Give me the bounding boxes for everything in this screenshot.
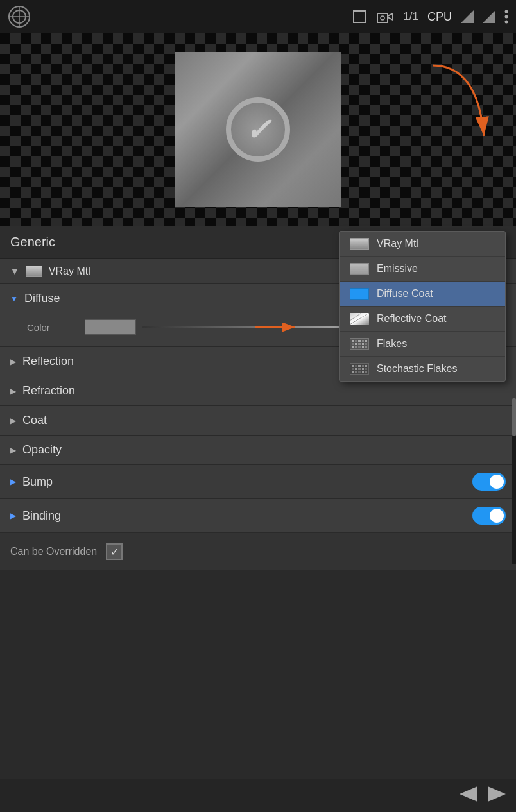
binding-arrow[interactable]: ▶ bbox=[10, 511, 16, 520]
diffuse-label: Diffuse bbox=[24, 292, 60, 305]
preview-v-text: ✓ bbox=[245, 112, 271, 148]
scrollbar[interactable] bbox=[512, 398, 516, 564]
mtl-expand-arrow[interactable]: ▼ bbox=[10, 266, 19, 276]
svg-point-5 bbox=[381, 16, 384, 20]
top-bar-left bbox=[8, 5, 31, 28]
coat-section[interactable]: ▶ Coat bbox=[0, 406, 516, 436]
binding-toggle[interactable] bbox=[472, 507, 506, 525]
checkbox-check-icon: ✓ bbox=[110, 546, 119, 558]
dropdown-item-emissive[interactable]: Emissive bbox=[340, 257, 505, 282]
mtl-type-icon bbox=[26, 266, 42, 277]
svg-marker-29 bbox=[488, 786, 506, 802]
binding-label: Binding bbox=[22, 509, 466, 523]
bump-toggle[interactable] bbox=[472, 473, 506, 491]
bump-label: Bump bbox=[22, 475, 466, 489]
svg-rect-4 bbox=[354, 11, 365, 22]
camera-icon[interactable] bbox=[376, 9, 394, 24]
opacity-section[interactable]: ▶ Opacity bbox=[0, 436, 516, 465]
binding-row: ▶ Binding bbox=[0, 499, 516, 533]
stochastic-flakes-label: Stochastic Flakes bbox=[377, 363, 457, 375]
gpu-icon-2[interactable] bbox=[483, 10, 495, 23]
svg-point-8 bbox=[505, 10, 508, 13]
refraction-arrow[interactable]: ▶ bbox=[10, 387, 16, 396]
panel-title: Generic bbox=[10, 235, 55, 250]
diffuse-coat-icon bbox=[350, 288, 369, 300]
back-icon[interactable] bbox=[460, 786, 477, 805]
top-bar-right: 1/1 CPU bbox=[352, 9, 508, 24]
preview-image: ✓ bbox=[175, 52, 341, 207]
dropdown-item-diffuse-coat[interactable]: Diffuse Coat bbox=[340, 282, 505, 307]
refraction-label: Refraction bbox=[22, 384, 75, 398]
bump-arrow[interactable]: ▶ bbox=[10, 477, 16, 486]
bump-row: ▶ Bump bbox=[0, 465, 516, 499]
more-options-icon[interactable] bbox=[504, 10, 508, 24]
color-label: Color bbox=[27, 322, 78, 333]
opacity-arrow[interactable]: ▶ bbox=[10, 446, 16, 455]
forward-icon[interactable] bbox=[488, 786, 506, 805]
cpu-label: CPU bbox=[427, 10, 452, 24]
override-label: Can be Overridden bbox=[10, 546, 97, 557]
dropdown-item-vray-mtl[interactable]: VRay Mtl bbox=[340, 232, 505, 257]
reflection-arrow[interactable]: ▶ bbox=[10, 357, 16, 366]
coat-label: Coat bbox=[22, 414, 47, 427]
flakes-icon bbox=[350, 338, 369, 350]
override-checkbox[interactable]: ✓ bbox=[106, 543, 123, 560]
emissive-label: Emissive bbox=[377, 263, 418, 275]
gpu-icon[interactable] bbox=[461, 10, 474, 23]
vray-mtl-label: VRay Mtl bbox=[377, 238, 418, 250]
svg-marker-7 bbox=[483, 10, 495, 23]
svg-point-9 bbox=[505, 15, 508, 19]
dropdown-item-stochastic-flakes[interactable]: Stochastic Flakes bbox=[340, 357, 505, 381]
square-icon[interactable] bbox=[352, 9, 367, 24]
render-fraction: 1/1 bbox=[403, 10, 418, 23]
dropdown-item-flakes[interactable]: Flakes bbox=[340, 332, 505, 357]
bump-toggle-thumb bbox=[490, 475, 504, 489]
diffuse-expand-arrow[interactable]: ▼ bbox=[10, 294, 18, 303]
bottom-bar bbox=[0, 779, 516, 812]
color-arrow-annotation bbox=[252, 318, 303, 336]
color-swatch[interactable] bbox=[85, 319, 136, 335]
dropdown-item-reflective-coat[interactable]: Reflective Coat bbox=[340, 307, 505, 332]
vray-logo-icon[interactable] bbox=[8, 5, 31, 28]
emissive-icon bbox=[350, 263, 369, 275]
coat-arrow[interactable]: ▶ bbox=[10, 416, 16, 425]
reflection-label: Reflection bbox=[22, 355, 74, 368]
scrollbar-thumb[interactable] bbox=[512, 398, 516, 436]
reflective-coat-label: Reflective Coat bbox=[377, 313, 447, 325]
vray-mtl-icon bbox=[350, 238, 369, 250]
stochastic-flakes-icon bbox=[350, 363, 369, 375]
flakes-label: Flakes bbox=[377, 338, 407, 350]
preview-area: ✓ bbox=[0, 33, 516, 226]
reflective-coat-icon bbox=[350, 313, 369, 325]
svg-marker-28 bbox=[460, 786, 477, 802]
binding-toggle-thumb bbox=[490, 509, 504, 523]
preview-render: ✓ bbox=[175, 52, 341, 207]
preview-logo-circle: ✓ bbox=[226, 97, 290, 162]
override-row: Can be Overridden ✓ bbox=[0, 533, 516, 570]
diffuse-coat-label: Diffuse Coat bbox=[377, 288, 433, 300]
opacity-label: Opacity bbox=[22, 443, 62, 457]
top-bar: 1/1 CPU bbox=[0, 0, 516, 33]
svg-marker-6 bbox=[461, 10, 474, 23]
svg-point-10 bbox=[505, 21, 508, 24]
material-type-dropdown: VRay Mtl Emissive Diffuse Coat bbox=[339, 231, 506, 382]
